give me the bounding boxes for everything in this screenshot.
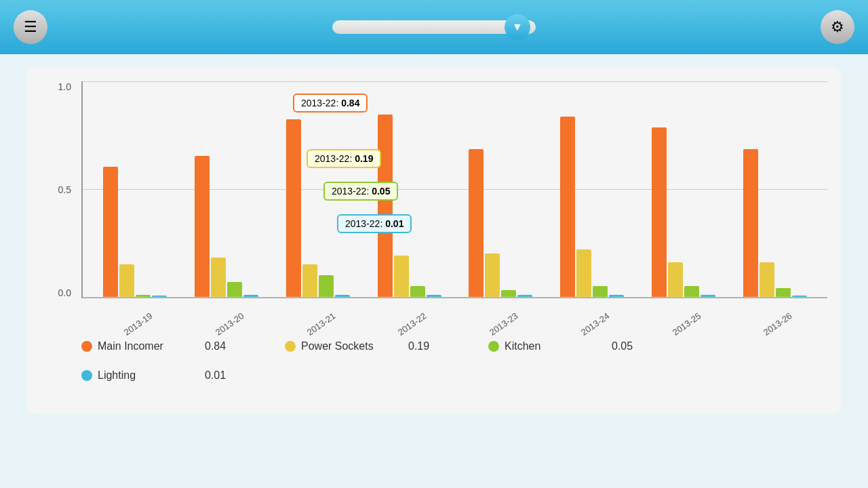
bar-lime (319, 275, 334, 297)
dropdown-button[interactable]: ▼ (505, 14, 530, 40)
y-axis: 1.0 0.5 0.0 (41, 81, 71, 298)
chart-plot: 2013-22: 0.84 2013-22: 0.19 2013-22: 0.0… (81, 81, 827, 298)
bar-orange (378, 115, 393, 297)
bar-lime (593, 286, 608, 297)
tooltip-cyan-label: 2013-22: (345, 218, 385, 229)
bar-cluster (455, 149, 547, 297)
bar-orange (286, 119, 301, 297)
bar-cluster (638, 127, 730, 297)
bar-orange (103, 167, 118, 297)
menu-button[interactable]: ☰ (14, 10, 47, 44)
legend-dot (81, 370, 92, 381)
bar-yellow (302, 264, 317, 297)
bar-cyan (701, 295, 715, 297)
bar-cluster (547, 117, 638, 297)
bar-orange (195, 156, 210, 297)
bar-cluster (729, 149, 821, 297)
legend-dot (488, 341, 499, 352)
legend-dot (81, 341, 92, 352)
settings-button[interactable]: ⚙ (821, 10, 854, 44)
bar-yellow (394, 256, 409, 297)
bar-cluster (90, 167, 181, 297)
menu-icon: ☰ (24, 18, 37, 36)
bar-lime (776, 288, 791, 297)
bar-lime (501, 290, 516, 297)
tooltip-orange: 2013-22: 0.84 (293, 94, 368, 113)
bar-lime (684, 286, 699, 297)
bar-yellow (760, 262, 774, 297)
gear-icon: ⚙ (831, 18, 844, 36)
tooltip-lime: 2013-22: 0.05 (323, 182, 398, 201)
bar-cluster (181, 156, 273, 297)
bar-cyan (243, 295, 258, 297)
bar-yellow (576, 249, 591, 297)
chart-container: 1.0 0.5 0.0 2013-22: 0.84 2013-22: 0.19 … (27, 68, 841, 413)
bar-orange (652, 127, 667, 297)
tooltip-cyan: 2013-22: 0.01 (337, 214, 412, 233)
y-label-mid: 0.5 (41, 184, 71, 195)
bar-yellow (211, 258, 226, 297)
title-bar: ▼ (332, 20, 536, 34)
legend-value: 0.01 (205, 369, 245, 382)
legend-value: 0.19 (408, 340, 449, 352)
bar-cyan (517, 295, 532, 297)
y-label-bot: 0.0 (41, 287, 71, 298)
tooltip-lime-value: 0.05 (372, 186, 390, 197)
bar-orange (743, 149, 758, 297)
bar-lime (410, 286, 425, 297)
bar-orange (469, 149, 484, 297)
bar-cyan (152, 296, 167, 297)
bar-lime (227, 282, 242, 297)
tooltip-orange-value: 0.84 (341, 98, 359, 108)
tooltip-lime-label: 2013-22: (332, 186, 372, 197)
bar-cyan (609, 295, 624, 297)
bar-yellow (485, 253, 500, 297)
bar-lime (136, 295, 151, 297)
bar-orange (560, 117, 575, 297)
tooltip-yellow-label: 2013-22: (315, 153, 355, 164)
bar-yellow (668, 262, 683, 297)
legend-item: Lighting0.01 (81, 369, 285, 382)
bars-group (83, 81, 827, 297)
tooltip-yellow: 2013-22: 0.19 (307, 149, 381, 168)
bar-cluster (273, 119, 364, 297)
header: ☰ ▼ ⚙ (0, 0, 868, 54)
bar-yellow (119, 264, 134, 297)
bar-cluster (363, 115, 455, 297)
y-label-top: 1.0 (41, 81, 71, 92)
tooltip-cyan-value: 0.01 (385, 218, 403, 229)
legend-label: Lighting (98, 369, 199, 382)
bar-cyan (427, 295, 441, 297)
tooltip-orange-label: 2013-22: (301, 98, 341, 108)
chevron-down-icon: ▼ (512, 21, 523, 33)
bar-cyan (792, 296, 807, 297)
bar-cyan (335, 295, 350, 297)
x-axis: 2013-192013-202013-212013-222013-232013-… (83, 314, 827, 330)
tooltip-yellow-value: 0.19 (355, 153, 373, 164)
